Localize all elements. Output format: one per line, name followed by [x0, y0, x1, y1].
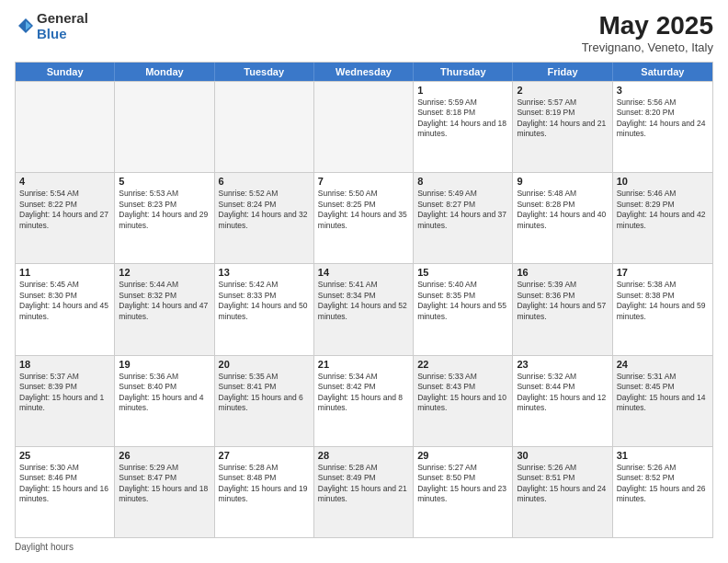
day-cell-5: 5Sunrise: 5:53 AM Sunset: 8:23 PM Daylig…: [115, 173, 214, 263]
day-info: Sunrise: 5:56 AM Sunset: 8:20 PM Dayligh…: [617, 98, 709, 140]
day-info: Sunrise: 5:53 AM Sunset: 8:23 PM Dayligh…: [119, 189, 210, 231]
day-number: 16: [517, 267, 608, 278]
day-info: Sunrise: 5:57 AM Sunset: 8:19 PM Dayligh…: [517, 98, 608, 140]
empty-cell-0-1: [115, 82, 214, 172]
day-cell-25: 25Sunrise: 5:30 AM Sunset: 8:46 PM Dayli…: [16, 447, 115, 537]
empty-cell-0-3: [314, 82, 414, 172]
day-number: 15: [417, 267, 508, 278]
logo-icon: [15, 17, 35, 37]
day-number: 18: [19, 359, 110, 370]
day-number: 7: [318, 176, 409, 187]
header-day-monday: Monday: [115, 63, 214, 81]
day-cell-31: 31Sunrise: 5:26 AM Sunset: 8:52 PM Dayli…: [613, 447, 712, 537]
day-number: 9: [517, 176, 608, 187]
day-info: Sunrise: 5:52 AM Sunset: 8:24 PM Dayligh…: [219, 189, 310, 231]
day-cell-30: 30Sunrise: 5:26 AM Sunset: 8:51 PM Dayli…: [513, 447, 612, 537]
day-number: 28: [318, 450, 409, 461]
day-info: Sunrise: 5:36 AM Sunset: 8:40 PM Dayligh…: [119, 372, 210, 414]
day-number: 21: [318, 359, 409, 370]
day-number: 31: [617, 450, 709, 461]
logo-general-text: General: [37, 11, 88, 27]
day-cell-6: 6Sunrise: 5:52 AM Sunset: 8:24 PM Daylig…: [215, 173, 314, 263]
calendar-header: SundayMondayTuesdayWednesdayThursdayFrid…: [16, 63, 712, 81]
day-cell-24: 24Sunrise: 5:31 AM Sunset: 8:45 PM Dayli…: [613, 356, 712, 446]
day-number: 8: [417, 176, 508, 187]
header-day-tuesday: Tuesday: [215, 63, 314, 81]
header-day-wednesday: Wednesday: [314, 63, 414, 81]
day-number: 13: [219, 267, 310, 278]
empty-cell-0-0: [16, 82, 115, 172]
day-info: Sunrise: 5:32 AM Sunset: 8:44 PM Dayligh…: [517, 372, 608, 414]
header-day-saturday: Saturday: [613, 63, 712, 81]
day-info: Sunrise: 5:45 AM Sunset: 8:30 PM Dayligh…: [19, 280, 110, 322]
day-cell-19: 19Sunrise: 5:36 AM Sunset: 8:40 PM Dayli…: [115, 356, 214, 446]
day-info: Sunrise: 5:42 AM Sunset: 8:33 PM Dayligh…: [219, 280, 310, 322]
day-number: 27: [219, 450, 310, 461]
day-cell-28: 28Sunrise: 5:28 AM Sunset: 8:49 PM Dayli…: [314, 447, 414, 537]
day-cell-4: 4Sunrise: 5:54 AM Sunset: 8:22 PM Daylig…: [16, 173, 115, 263]
day-cell-11: 11Sunrise: 5:45 AM Sunset: 8:30 PM Dayli…: [16, 264, 115, 354]
day-cell-8: 8Sunrise: 5:49 AM Sunset: 8:27 PM Daylig…: [414, 173, 513, 263]
day-cell-2: 2Sunrise: 5:57 AM Sunset: 8:19 PM Daylig…: [513, 82, 612, 172]
calendar-row-3: 18Sunrise: 5:37 AM Sunset: 8:39 PM Dayli…: [16, 355, 712, 446]
day-number: 14: [318, 267, 409, 278]
calendar-row-0: 1Sunrise: 5:59 AM Sunset: 8:18 PM Daylig…: [16, 81, 712, 172]
day-cell-29: 29Sunrise: 5:27 AM Sunset: 8:50 PM Dayli…: [414, 447, 513, 537]
day-cell-16: 16Sunrise: 5:39 AM Sunset: 8:36 PM Dayli…: [513, 264, 612, 354]
day-cell-12: 12Sunrise: 5:44 AM Sunset: 8:32 PM Dayli…: [115, 264, 214, 354]
day-info: Sunrise: 5:46 AM Sunset: 8:29 PM Dayligh…: [617, 189, 709, 231]
day-cell-23: 23Sunrise: 5:32 AM Sunset: 8:44 PM Dayli…: [513, 356, 612, 446]
calendar-row-1: 4Sunrise: 5:54 AM Sunset: 8:22 PM Daylig…: [16, 172, 712, 263]
day-info: Sunrise: 5:41 AM Sunset: 8:34 PM Dayligh…: [318, 280, 409, 322]
day-number: 25: [19, 450, 110, 461]
day-cell-13: 13Sunrise: 5:42 AM Sunset: 8:33 PM Dayli…: [215, 264, 314, 354]
page-header: General Blue May 2025 Trevignano, Veneto…: [15, 11, 713, 54]
logo: General Blue: [15, 11, 88, 41]
day-cell-10: 10Sunrise: 5:46 AM Sunset: 8:29 PM Dayli…: [613, 173, 712, 263]
day-number: 19: [119, 359, 210, 370]
day-info: Sunrise: 5:40 AM Sunset: 8:35 PM Dayligh…: [417, 280, 508, 322]
logo-blue-text: Blue: [37, 27, 88, 42]
day-number: 17: [617, 267, 709, 278]
day-cell-20: 20Sunrise: 5:35 AM Sunset: 8:41 PM Dayli…: [215, 356, 314, 446]
day-cell-1: 1Sunrise: 5:59 AM Sunset: 8:18 PM Daylig…: [414, 82, 513, 172]
day-info: Sunrise: 5:59 AM Sunset: 8:18 PM Dayligh…: [417, 98, 508, 140]
calendar-body: 1Sunrise: 5:59 AM Sunset: 8:18 PM Daylig…: [16, 81, 712, 537]
calendar-row-2: 11Sunrise: 5:45 AM Sunset: 8:30 PM Dayli…: [16, 263, 712, 354]
day-number: 23: [517, 359, 608, 370]
empty-cell-0-2: [215, 82, 314, 172]
day-cell-15: 15Sunrise: 5:40 AM Sunset: 8:35 PM Dayli…: [414, 264, 513, 354]
day-info: Sunrise: 5:48 AM Sunset: 8:28 PM Dayligh…: [517, 189, 608, 231]
day-number: 2: [517, 85, 608, 96]
day-number: 10: [617, 176, 709, 187]
day-info: Sunrise: 5:26 AM Sunset: 8:52 PM Dayligh…: [617, 463, 709, 505]
footer-note: Daylight hours: [15, 542, 713, 552]
day-cell-17: 17Sunrise: 5:38 AM Sunset: 8:38 PM Dayli…: [613, 264, 712, 354]
calendar-row-4: 25Sunrise: 5:30 AM Sunset: 8:46 PM Dayli…: [16, 446, 712, 537]
day-number: 3: [617, 85, 709, 96]
day-info: Sunrise: 5:49 AM Sunset: 8:27 PM Dayligh…: [417, 189, 508, 231]
day-cell-26: 26Sunrise: 5:29 AM Sunset: 8:47 PM Dayli…: [115, 447, 214, 537]
header-day-sunday: Sunday: [16, 63, 115, 81]
day-info: Sunrise: 5:33 AM Sunset: 8:43 PM Dayligh…: [417, 372, 508, 414]
day-info: Sunrise: 5:27 AM Sunset: 8:50 PM Dayligh…: [417, 463, 508, 505]
day-info: Sunrise: 5:31 AM Sunset: 8:45 PM Dayligh…: [617, 372, 709, 414]
day-cell-7: 7Sunrise: 5:50 AM Sunset: 8:25 PM Daylig…: [314, 173, 414, 263]
day-number: 6: [219, 176, 310, 187]
day-info: Sunrise: 5:34 AM Sunset: 8:42 PM Dayligh…: [318, 372, 409, 414]
day-number: 24: [617, 359, 709, 370]
day-cell-21: 21Sunrise: 5:34 AM Sunset: 8:42 PM Dayli…: [314, 356, 414, 446]
calendar: SundayMondayTuesdayWednesdayThursdayFrid…: [15, 62, 713, 538]
day-info: Sunrise: 5:30 AM Sunset: 8:46 PM Dayligh…: [19, 463, 110, 505]
day-number: 12: [119, 267, 210, 278]
day-info: Sunrise: 5:29 AM Sunset: 8:47 PM Dayligh…: [119, 463, 210, 505]
day-info: Sunrise: 5:28 AM Sunset: 8:49 PM Dayligh…: [318, 463, 409, 505]
day-number: 30: [517, 450, 608, 461]
day-cell-14: 14Sunrise: 5:41 AM Sunset: 8:34 PM Dayli…: [314, 264, 414, 354]
day-number: 20: [219, 359, 310, 370]
day-cell-3: 3Sunrise: 5:56 AM Sunset: 8:20 PM Daylig…: [613, 82, 712, 172]
title-block: May 2025 Trevignano, Veneto, Italy: [582, 11, 713, 54]
day-cell-18: 18Sunrise: 5:37 AM Sunset: 8:39 PM Dayli…: [16, 356, 115, 446]
day-number: 5: [119, 176, 210, 187]
day-number: 1: [417, 85, 508, 96]
